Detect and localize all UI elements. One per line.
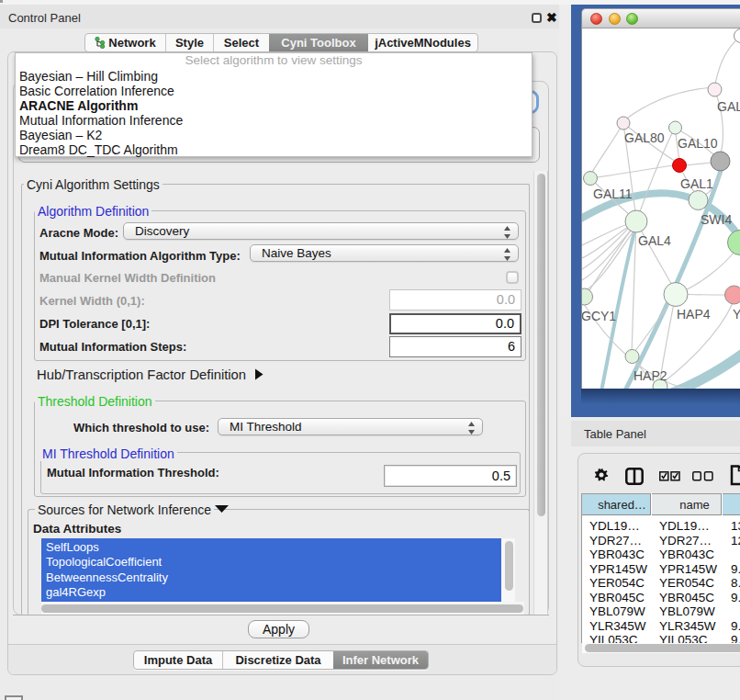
svg-text:GAL80: GAL80 xyxy=(624,130,665,145)
svg-text:HAP2: HAP2 xyxy=(633,368,667,383)
svg-text:SWI4: SWI4 xyxy=(701,212,732,227)
svg-text:GAL11: GAL11 xyxy=(593,186,633,201)
svg-text:GCY1: GCY1 xyxy=(582,309,616,323)
svg-text:GAL1: GAL1 xyxy=(680,176,713,191)
svg-text:GAL10: GAL10 xyxy=(678,136,718,151)
svg-text:Y: Y xyxy=(733,307,740,322)
svg-text:GAL2: GAL2 xyxy=(717,99,740,114)
svg-text:HAP4: HAP4 xyxy=(677,307,711,322)
svg-text:GAL4: GAL4 xyxy=(638,233,671,248)
